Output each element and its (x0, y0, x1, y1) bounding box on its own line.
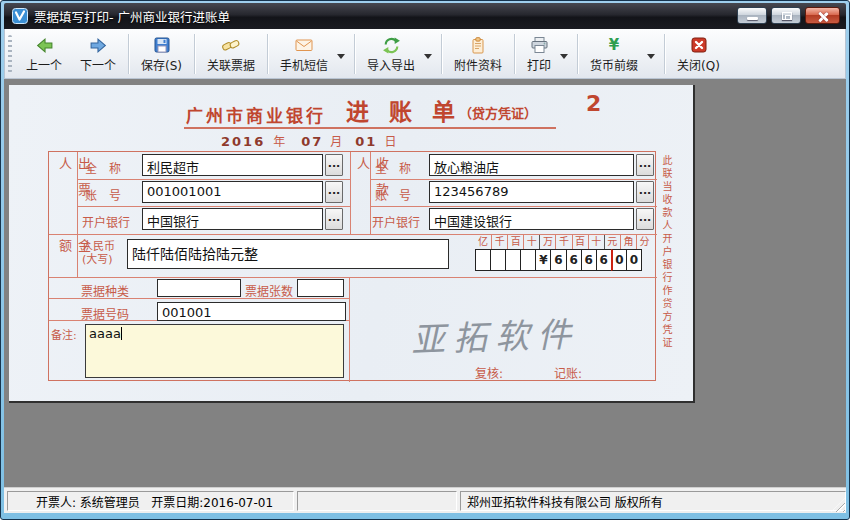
status-issuer-panel: 开票人: 系统管理员 开票日期:2016-07-01 (7, 491, 294, 511)
digit-cell[interactable] (520, 249, 536, 271)
bill-number-label: 票据号码 (81, 305, 129, 322)
window-title: 票据填写打印- 广州商业银行进账单 (34, 7, 230, 26)
remarks-label: 备注: (51, 329, 77, 342)
minimize-button[interactable] (737, 7, 767, 24)
divider (77, 206, 350, 207)
drawer-account-browse-button[interactable]: ... (325, 181, 343, 203)
drawer-bank-label: 开户银行 (82, 213, 130, 230)
digit-cell[interactable]: 0 (626, 249, 642, 271)
toolbar-separator (128, 34, 129, 74)
remarks-textarea[interactable]: aaaa (85, 324, 344, 378)
digit-header: 十 (588, 235, 604, 249)
payee-name-browse-button[interactable]: ... (636, 154, 654, 176)
form-copy-number: 2 (586, 91, 601, 116)
toolbar-separator (441, 34, 442, 74)
date-month-unit: 月 (330, 132, 342, 149)
digit-header: 十 (523, 235, 539, 249)
drawer-bank-browse-button[interactable]: ... (325, 208, 343, 230)
svg-text:¥: ¥ (609, 36, 620, 54)
payee-account-input[interactable]: 123456789 (429, 181, 634, 203)
status-middle-panel (297, 491, 457, 511)
status-bar: 开票人: 系统管理员 开票日期:2016-07-01 郑州亚拓软件科技有限公司 … (4, 487, 846, 513)
bill-number-input[interactable]: 001001 (157, 302, 346, 321)
attachments-button[interactable]: 附件资料 (445, 32, 511, 75)
drawer-name-input[interactable]: 利民超市 (142, 154, 323, 176)
save-button[interactable]: 保存(S) (132, 32, 191, 75)
bill-type-input[interactable] (157, 279, 241, 297)
review-label: 复核: (475, 364, 503, 381)
remarks-text: aaaa (89, 326, 121, 341)
toolbar: 上一个 下一个 保存(S) (4, 29, 846, 79)
digit-cell[interactable]: 0 (611, 249, 627, 271)
digit-header: 百 (572, 235, 588, 249)
date-month: 07 (301, 134, 323, 149)
sms-dropdown-arrow[interactable] (337, 54, 345, 59)
status-copyright-panel: 郑州亚拓软件科技有限公司 版权所有 (460, 491, 846, 511)
form-doc-subtitle: （贷方凭证） (459, 103, 537, 122)
prev-button[interactable]: 上一个 (17, 32, 71, 75)
app-window: 票据填写打印- 广州商业银行进账单 上一个 下一个 (0, 0, 850, 520)
divider (370, 179, 657, 180)
printer-icon (530, 35, 549, 55)
next-button[interactable]: 下一个 (71, 32, 125, 75)
currency-dropdown-arrow[interactable] (647, 54, 655, 59)
payee-bank-input[interactable]: 中国建设银行 (429, 208, 634, 230)
digit-cell[interactable]: 6 (550, 249, 566, 271)
bill-count-label: 票据张数 (245, 282, 293, 299)
currency-prefix-button[interactable]: ¥ 货币前缀 (581, 32, 647, 75)
digit-header: 千 (555, 235, 571, 249)
sms-envelope-icon (294, 35, 314, 55)
close-app-button[interactable]: 关闭(Q) (668, 32, 729, 75)
text-caret (121, 327, 122, 340)
payee-bank-browse-button[interactable]: ... (636, 208, 654, 230)
toolbar-drag-handle[interactable] (8, 35, 12, 73)
print-button[interactable]: 打印 (518, 32, 560, 75)
drawer-account-input[interactable]: 001001001 (142, 181, 323, 203)
import-export-dropdown-arrow[interactable] (424, 54, 432, 59)
close-window-button[interactable] (805, 7, 840, 24)
vendor-watermark: 亚拓软件 (410, 307, 580, 362)
bill-count-input[interactable] (297, 279, 344, 297)
payee-name-input[interactable]: 放心粮油店 (429, 154, 634, 176)
digit-cell[interactable]: 6 (596, 249, 612, 271)
drawer-account-label: 账 号 (85, 186, 121, 203)
print-dropdown-arrow[interactable] (560, 54, 568, 59)
restore-button[interactable] (771, 7, 801, 24)
divider (349, 277, 350, 382)
digit-cell[interactable]: 6 (581, 249, 597, 271)
digit-cell[interactable]: 6 (566, 249, 582, 271)
bill-type-label: 票据种类 (81, 282, 129, 299)
amount-words-label-line2: (大写) (82, 253, 113, 266)
amount-digit-headers: 亿 千 百 十 万 千 百 十 元 角 分 (475, 235, 653, 249)
date-day: 01 (355, 134, 377, 149)
toolbar-separator (577, 34, 578, 74)
payee-account-label: 账 号 (375, 186, 411, 203)
digit-cell[interactable] (490, 249, 506, 271)
digit-header: 千 (491, 235, 507, 249)
digit-cell-currency[interactable]: ¥ (535, 249, 551, 271)
toolbar-separator (514, 34, 515, 74)
form-table: 出票人 收款人 金额 全 称 利民超市 ... 账 号 001001001 ..… (48, 151, 656, 381)
form-doc-title: 进 账 单 (346, 93, 461, 127)
digit-cell[interactable] (475, 249, 491, 271)
deposit-slip-paper: 广州市商业银行 进 账 单 （贷方凭证） 2 2016 年 07 月 01 日 (9, 85, 695, 403)
app-logo-icon (12, 8, 28, 24)
title-bar: 票据填写打印- 广州商业银行进账单 (4, 3, 846, 29)
digit-header: 角 (620, 235, 636, 249)
sms-button[interactable]: 手机短信 (271, 32, 337, 75)
drawer-bank-input[interactable]: 中国银行 (142, 208, 323, 230)
date-year: 2016 (221, 134, 265, 149)
form-bank-name: 广州市商业银行 (186, 102, 326, 127)
toolbar-separator (194, 34, 195, 74)
import-export-button[interactable]: 导入导出 (358, 32, 424, 75)
divider (49, 277, 657, 278)
link-icon (221, 35, 241, 55)
payee-account-browse-button[interactable]: ... (636, 181, 654, 203)
amount-words-input[interactable]: 陆仟陆佰陆拾陆元整 (127, 239, 449, 269)
divider (350, 152, 351, 234)
digit-cell[interactable] (505, 249, 521, 271)
save-icon (153, 35, 171, 55)
toolbar-separator (354, 34, 355, 74)
related-bills-button[interactable]: 关联票据 (198, 32, 264, 75)
drawer-name-browse-button[interactable]: ... (325, 154, 343, 176)
